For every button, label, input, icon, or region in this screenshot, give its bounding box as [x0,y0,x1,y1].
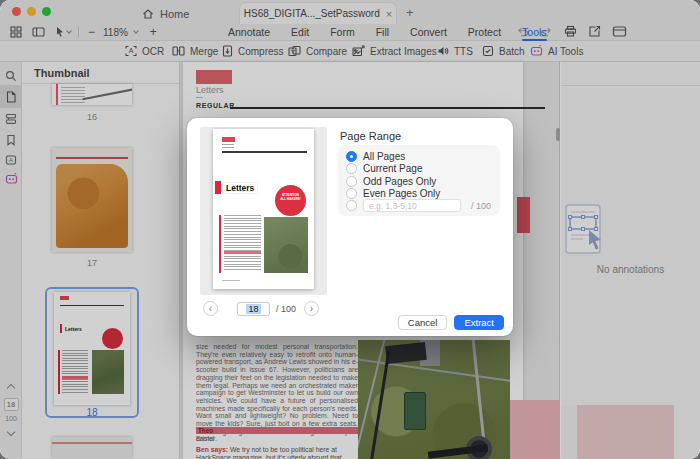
app-window: Home HS68_DIGITA..._SetPassword × + − 11… [0,0,700,459]
radio-odd-pages[interactable] [346,176,357,187]
radio-even-pages[interactable] [346,188,357,199]
dialog-footer: Cancel Extract [398,315,504,330]
preview-rule [222,151,307,153]
custom-range-total: / 100 [471,201,491,211]
page-range-options: All Pages Current Page Odd Pages Only Ev… [338,145,500,216]
preview-badge: ATTENTION ALL MAKERS! [275,185,306,216]
preview-page-total: / 100 [276,304,296,314]
option-current-page[interactable]: Current Page [346,163,492,174]
option-all-pages[interactable]: All Pages [346,151,492,162]
radio-all-pages[interactable] [346,151,357,162]
option-odd-pages-label: Odd Pages Only [363,176,436,187]
preview-text-column [224,215,261,271]
radio-custom-range[interactable] [346,200,357,211]
dialog-title: Page Range [340,130,401,142]
option-current-page-label: Current Page [363,163,422,174]
cancel-button[interactable]: Cancel [398,315,448,330]
preview-red-rect [222,137,235,142]
extract-button[interactable]: Extract [454,315,504,330]
option-custom-range[interactable]: / 100 [346,200,492,211]
preview-next-button[interactable]: › [304,301,319,316]
option-all-pages-label: All Pages [363,151,405,162]
preview-footer-line [222,280,240,281]
preview-prev-button[interactable]: ‹ [203,301,218,316]
preview-column-bar [219,215,221,273]
preview-letters-label: Letters [215,181,257,194]
option-even-pages-label: Even Pages Only [363,188,440,199]
preview-page-input[interactable]: 18 [237,302,270,316]
preview-theo-bar [224,251,261,254]
custom-range-input[interactable] [363,199,461,212]
extract-pages-dialog: Letters ATTENTION ALL MAKERS! Page Range… [187,118,513,336]
preview-header-lines [222,144,234,149]
preview-page-value: 18 [246,304,260,314]
page-preview: Letters ATTENTION ALL MAKERS! [213,129,314,289]
preview-photo [264,217,308,273]
option-even-pages[interactable]: Even Pages Only [346,188,492,199]
option-odd-pages[interactable]: Odd Pages Only [346,176,492,187]
radio-current-page[interactable] [346,163,357,174]
page-preview-container: Letters ATTENTION ALL MAKERS! [200,127,327,295]
